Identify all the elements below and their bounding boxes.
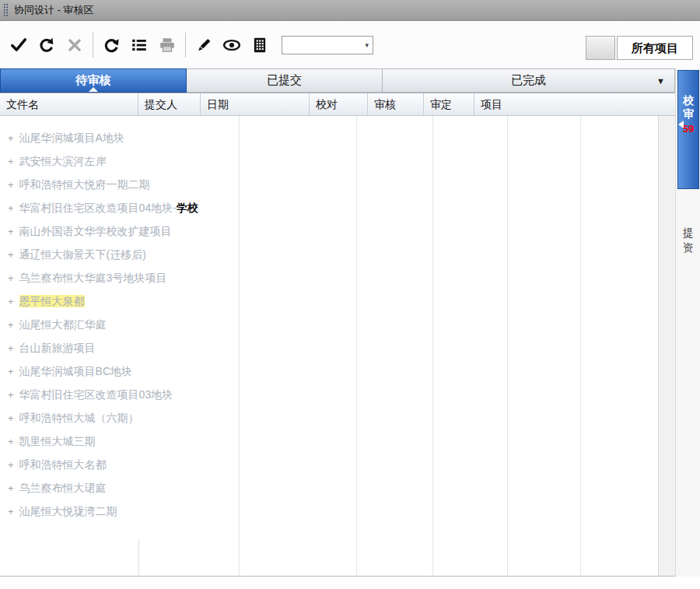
approve-button[interactable] — [5, 31, 33, 59]
all-projects-button[interactable]: 所有项目 — [617, 36, 693, 60]
project-name: 凯里恒大城三期 — [19, 435, 96, 447]
project-name: 汕尾恒大悦珑湾二期 — [19, 505, 117, 517]
expand-icon[interactable]: + — [8, 226, 14, 237]
table-row[interactable]: +武安恒大滨河左岸 — [0, 149, 675, 173]
table-row[interactable]: +华富村旧住宅区改造项目04地块-学校 — [0, 196, 675, 219]
side-tab-label-char: 校 — [678, 94, 698, 107]
expand-icon[interactable]: + — [8, 202, 14, 214]
column-header-project[interactable]: 项目 — [474, 93, 675, 115]
window-title: 协同设计 - 审核区 — [14, 3, 94, 17]
project-name: 通辽恒大御景天下(迁移后) — [19, 248, 146, 261]
project-name: 华富村旧住宅区改造项目04地块- — [19, 202, 177, 214]
table-row[interactable]: +台山新旅游项目 — [0, 336, 675, 359]
tab-overflow-dropdown-icon[interactable]: ▼ — [656, 76, 665, 86]
column-header-approval[interactable]: 审定 — [424, 93, 474, 115]
table-body: +汕尾华润城项目A地块 +武安恒大滨河左岸 +呼和浩特恒大悦府一期二期 +华富村… — [0, 116, 675, 577]
expand-icon[interactable]: + — [8, 412, 14, 424]
active-side-tab-marker — [678, 121, 684, 128]
blank-filter-button[interactable] — [586, 36, 615, 60]
side-tab-label-char: 审 — [678, 107, 698, 121]
expand-icon[interactable]: + — [8, 436, 14, 447]
expand-icon[interactable]: + — [8, 389, 14, 401]
side-tab-tizi[interactable]: 提 资 — [677, 223, 699, 275]
side-tab-label-char: 资 — [677, 240, 699, 255]
expand-icon[interactable]: + — [8, 132, 14, 144]
preview-button[interactable] — [218, 31, 246, 59]
side-tab-label-char: 提 — [677, 226, 699, 240]
expand-icon[interactable]: + — [8, 482, 14, 494]
project-name-highlighted: 恩平恒大泉都 — [19, 295, 85, 307]
column-header-filename[interactable]: 文件名 — [0, 93, 138, 115]
expand-icon[interactable]: + — [8, 366, 14, 377]
column-header-submitter[interactable]: 提交人 — [138, 93, 201, 115]
table-row[interactable]: +呼和浩特恒大名都 — [0, 453, 675, 476]
expand-icon[interactable]: + — [8, 506, 14, 517]
expand-icon[interactable]: + — [8, 272, 14, 284]
table-row[interactable]: +凯里恒大城三期 — [0, 429, 675, 453]
table-row[interactable]: +呼和浩特恒大城（六期） — [0, 406, 675, 429]
side-tab-review[interactable]: 校 审 59 — [677, 70, 699, 189]
table-row[interactable]: +乌兰察布恒大华庭3号地块项目 — [0, 266, 675, 289]
undo-button[interactable] — [33, 31, 61, 59]
active-tab-notch — [89, 87, 98, 92]
project-name: 乌兰察布恒大珺庭 — [19, 482, 107, 494]
title-bar: 协同设计 - 审核区 — [0, 0, 700, 21]
project-name-bold-suffix: 学校 — [177, 202, 198, 214]
project-filter-combobox[interactable]: ▾ — [282, 36, 373, 54]
toolbar-separator — [93, 33, 93, 58]
tab-label: 已提交 — [267, 73, 302, 88]
print-button[interactable] — [153, 31, 181, 59]
printer-icon — [159, 37, 176, 54]
expand-icon[interactable]: + — [8, 249, 14, 261]
tab-label: 待审核 — [76, 73, 111, 88]
tab-submitted[interactable]: 已提交 — [187, 68, 383, 93]
pencil-icon — [195, 37, 212, 54]
expand-icon[interactable]: + — [8, 342, 14, 354]
reject-button[interactable] — [61, 31, 89, 59]
table-row[interactable]: +南山外国语文华学校改扩建项目 — [0, 219, 675, 243]
refresh-button[interactable] — [97, 31, 125, 59]
project-name: 呼和浩特恒大悦府一期二期 — [19, 178, 150, 191]
table-row[interactable]: +华富村旧住宅区改造项目03地块 — [0, 383, 675, 406]
file-tree-list: +汕尾华润城项目A地块 +武安恒大滨河左岸 +呼和浩特恒大悦府一期二期 +华富村… — [0, 116, 675, 523]
expand-icon[interactable]: + — [8, 296, 14, 307]
list-button[interactable] — [125, 31, 153, 59]
expand-icon[interactable]: + — [8, 179, 14, 191]
toolbar-separator — [185, 33, 186, 58]
side-tab-strip: 校 审 59 提 资 — [675, 68, 700, 577]
table-row[interactable]: +汕尾恒大都汇华庭 — [0, 313, 675, 336]
table-row[interactable]: +乌兰察布恒大珺庭 — [0, 476, 675, 500]
tab-pending-review[interactable]: 待审核 — [0, 68, 187, 93]
grid-line — [138, 538, 139, 576]
tab-bar: 待审核 已提交 已完成 ▼ — [0, 68, 675, 93]
project-name: 乌兰察布恒大华庭3号地块项目 — [19, 272, 167, 284]
project-name: 汕尾恒大都汇华庭 — [19, 318, 107, 331]
grip-icon — [3, 3, 9, 17]
edit-button[interactable] — [190, 31, 218, 59]
x-icon — [67, 37, 82, 53]
expand-icon[interactable]: + — [8, 459, 14, 471]
expand-icon[interactable]: + — [8, 319, 14, 331]
tab-label: 已完成 — [511, 73, 546, 88]
tab-completed[interactable]: 已完成 ▼ — [383, 68, 675, 93]
table-row[interactable]: +汕尾恒大悦珑湾二期 — [0, 500, 675, 523]
table-header: 文件名 提交人 日期 校对 审核 审定 项目 — [0, 93, 675, 116]
table-row[interactable]: +呼和浩特恒大悦府一期二期 — [0, 173, 675, 196]
expand-icon[interactable]: + — [8, 156, 14, 167]
building-icon — [251, 37, 268, 54]
column-header-review[interactable]: 审核 — [368, 93, 424, 115]
refresh-icon — [103, 37, 120, 54]
project-name: 汕尾华润城项目A地块 — [19, 131, 124, 144]
project-name: 呼和浩特恒大城（六期） — [19, 412, 139, 424]
eye-icon — [222, 37, 241, 54]
project-name: 汕尾华润城项目BC地块 — [19, 365, 132, 377]
project-name: 台山新旅游项目 — [19, 342, 96, 354]
table-row[interactable]: +汕尾华润城项目BC地块 — [0, 359, 675, 383]
column-header-proofread[interactable]: 校对 — [310, 93, 368, 115]
column-header-date[interactable]: 日期 — [201, 93, 310, 115]
project-building-button[interactable] — [246, 31, 274, 59]
table-row[interactable]: +汕尾华润城项目A地块 — [0, 126, 675, 149]
table-row[interactable]: +通辽恒大御景天下(迁移后) — [0, 243, 675, 266]
table-row[interactable]: +恩平恒大泉都 — [0, 289, 675, 313]
chevron-down-icon: ▾ — [365, 37, 369, 54]
